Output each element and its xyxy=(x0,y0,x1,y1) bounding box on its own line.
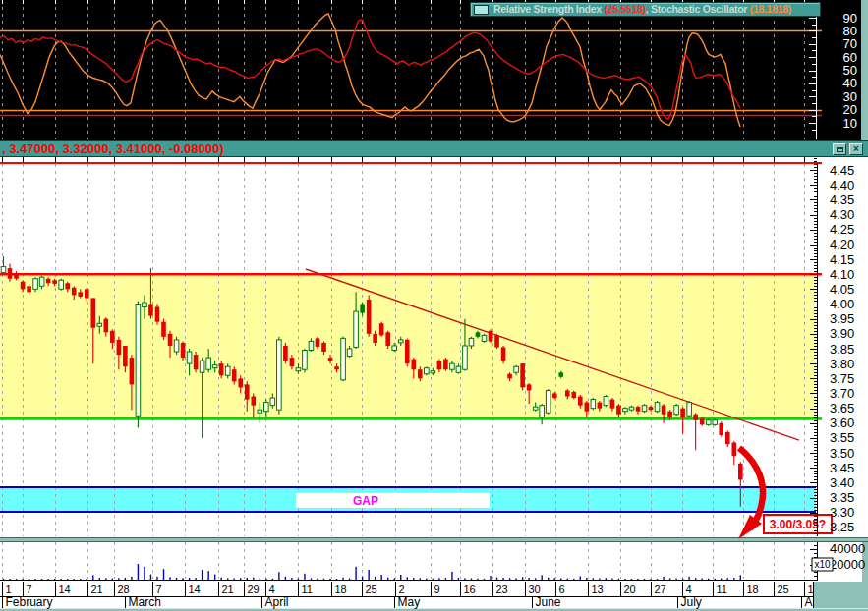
close-icon: × xyxy=(853,145,859,153)
svg-text:13: 13 xyxy=(592,583,604,595)
svg-text:40000: 40000 xyxy=(830,541,865,556)
stochastic-value: (18.1818) xyxy=(750,4,791,15)
trading-chart-window: 908070605040302010GAP3.00/3.05?4.454.404… xyxy=(0,0,868,611)
svg-text:2: 2 xyxy=(399,583,405,595)
svg-text:3.40: 3.40 xyxy=(830,475,854,490)
indicator-window-icon xyxy=(474,5,489,15)
restore-button[interactable] xyxy=(833,143,846,155)
svg-text:3.80: 3.80 xyxy=(830,357,854,371)
svg-text:6: 6 xyxy=(559,583,565,595)
price-window-titlebar[interactable]: , 3.47000, 3.32000, 3.41000, -0.08000) × xyxy=(0,140,868,157)
svg-text:1: 1 xyxy=(6,583,12,595)
svg-text:25: 25 xyxy=(778,583,789,595)
svg-text:14: 14 xyxy=(189,583,201,595)
chart-graphics: 908070605040302010GAP3.00/3.05?4.454.404… xyxy=(0,0,868,611)
svg-text:28: 28 xyxy=(118,583,130,595)
svg-text:June: June xyxy=(536,595,561,609)
svg-text:25: 25 xyxy=(366,583,377,595)
svg-text:April: April xyxy=(265,595,289,609)
svg-text:3.55: 3.55 xyxy=(830,430,854,445)
svg-text:10: 10 xyxy=(843,116,857,131)
svg-text:7: 7 xyxy=(156,583,162,595)
svg-text:20: 20 xyxy=(624,583,636,595)
svg-text:4.10: 4.10 xyxy=(830,267,854,282)
svg-text:3.75: 3.75 xyxy=(830,371,854,386)
svg-text:3.50: 3.50 xyxy=(830,446,854,461)
svg-text:7: 7 xyxy=(27,583,32,595)
svg-text:February: February xyxy=(6,595,53,609)
svg-text:3.70: 3.70 xyxy=(830,386,854,401)
svg-text:9: 9 xyxy=(434,583,440,595)
svg-text:3.60: 3.60 xyxy=(830,416,854,430)
svg-text:3.90: 3.90 xyxy=(830,326,854,341)
svg-text:16: 16 xyxy=(464,583,476,595)
svg-text:A: A xyxy=(805,595,813,609)
date-axis: 1714212871421294111825291623306132027411… xyxy=(0,582,814,609)
svg-text:4.25: 4.25 xyxy=(830,222,854,237)
svg-text:4: 4 xyxy=(686,583,692,595)
svg-text:March: March xyxy=(129,595,161,609)
svg-text:20000: 20000 xyxy=(830,557,865,572)
gap-label: GAP xyxy=(353,494,378,508)
svg-text:4.40: 4.40 xyxy=(830,178,854,193)
svg-text:1: 1 xyxy=(808,583,814,595)
svg-text:3.35: 3.35 xyxy=(830,490,854,505)
svg-text:21: 21 xyxy=(222,583,234,595)
svg-text:11: 11 xyxy=(302,583,313,595)
svg-text:4.45: 4.45 xyxy=(830,163,854,178)
rsi-value: (25.5518) xyxy=(604,4,645,15)
svg-text:July: July xyxy=(681,595,702,609)
svg-text:30: 30 xyxy=(529,583,541,595)
volume-panel xyxy=(0,542,862,582)
svg-text:3.65: 3.65 xyxy=(830,401,854,416)
svg-text:x10: x10 xyxy=(814,559,831,570)
svg-text:4: 4 xyxy=(269,583,275,595)
rsi-title: Relative Strength Index xyxy=(493,4,604,15)
svg-text:18: 18 xyxy=(335,583,347,595)
svg-text:29: 29 xyxy=(248,583,260,595)
svg-text:3.30: 3.30 xyxy=(830,505,854,520)
svg-text:3.95: 3.95 xyxy=(830,311,854,326)
indicator-titlebar[interactable]: Relative Strength Index (25.5518), Stoch… xyxy=(470,2,821,17)
svg-text:11: 11 xyxy=(717,583,727,595)
svg-text:21: 21 xyxy=(91,583,103,595)
price-ohlc-readout: , 3.47000, 3.32000, 3.41000, -0.08000) xyxy=(0,141,224,156)
svg-text:4.05: 4.05 xyxy=(830,282,854,297)
svg-text:27: 27 xyxy=(655,583,666,595)
svg-text:14: 14 xyxy=(59,583,71,595)
svg-text:18: 18 xyxy=(747,583,759,595)
gap-label-box xyxy=(296,493,490,508)
stochastic-title: Stochastic Oscillator xyxy=(651,4,750,15)
price-axis: 4.454.404.354.304.254.204.154.104.054.00… xyxy=(810,159,854,537)
svg-text:3.85: 3.85 xyxy=(830,342,854,357)
svg-text:May: May xyxy=(398,595,421,609)
close-button[interactable]: × xyxy=(849,143,863,155)
svg-text:23: 23 xyxy=(496,583,508,595)
restore-icon xyxy=(837,147,843,152)
svg-text:4.15: 4.15 xyxy=(830,252,854,267)
svg-text:3.25: 3.25 xyxy=(830,520,854,534)
svg-text:3.45: 3.45 xyxy=(830,461,854,475)
svg-text:4.35: 4.35 xyxy=(830,193,854,207)
svg-text:4.00: 4.00 xyxy=(830,297,854,311)
window-buttons: × xyxy=(833,143,863,155)
svg-text:4.30: 4.30 xyxy=(830,207,854,222)
svg-text:4.20: 4.20 xyxy=(830,237,854,251)
